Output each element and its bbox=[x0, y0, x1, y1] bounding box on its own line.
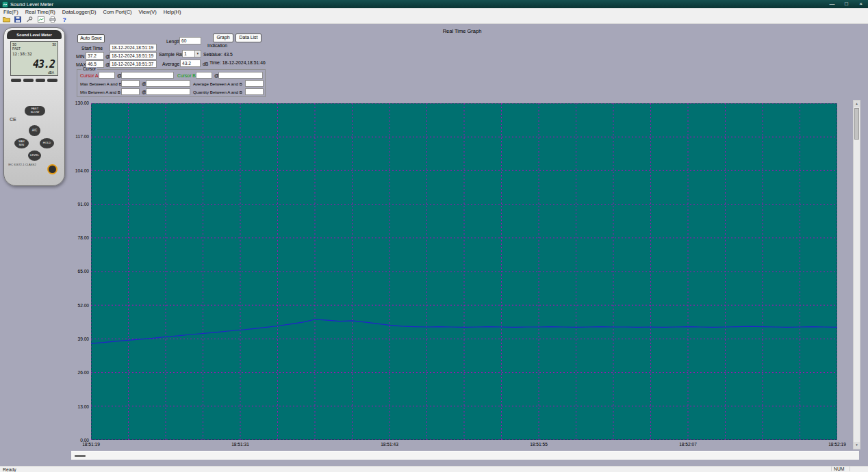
y-tick-label: 91.00 bbox=[70, 202, 89, 207]
menu-com-port[interactable]: Com Port(C) bbox=[99, 8, 135, 16]
window-controls: — □ × bbox=[825, 0, 868, 8]
lcd-clock: 12:38:32 bbox=[12, 51, 56, 56]
device-key bbox=[47, 79, 58, 82]
lcd-mode: FAST bbox=[12, 47, 56, 51]
scroll-up-icon[interactable]: ▲ bbox=[854, 101, 860, 107]
save-icon[interactable] bbox=[13, 16, 23, 23]
menu-help[interactable]: Help(H) bbox=[160, 8, 185, 16]
max-between-field[interactable] bbox=[121, 80, 140, 87]
indication-value-number: 43.5 bbox=[224, 52, 233, 57]
y-tick-label: 78.00 bbox=[70, 235, 89, 240]
wrench-icon[interactable] bbox=[25, 16, 34, 23]
max-between-label: Max Between A and B bbox=[80, 81, 122, 86]
vertical-scroll-thumb[interactable] bbox=[854, 108, 859, 140]
min-value-field[interactable] bbox=[86, 52, 104, 60]
sample-rate-value: 1 bbox=[183, 51, 194, 57]
chart-svg bbox=[91, 103, 837, 440]
help-icon[interactable]: ? bbox=[60, 16, 69, 23]
sample-rate-select[interactable]: 1 ▾ bbox=[182, 50, 201, 57]
lcd-range-low: 30 bbox=[12, 42, 16, 47]
level-button: LEVEL bbox=[28, 150, 41, 161]
x-axis: 18:51:1918:51:3118:51:4318:51:5518:52:07… bbox=[91, 442, 837, 448]
data-list-button[interactable]: Data List bbox=[235, 34, 261, 42]
lcd-range-row: 30 30 bbox=[12, 42, 56, 47]
indication-time: Time: 18-12-2024,18:51:46 bbox=[209, 60, 266, 66]
ce-mark: CE bbox=[10, 117, 16, 122]
statusbar: Ready NUM bbox=[0, 466, 868, 472]
device-lcd: 30 30 FAST 12:38:32 43.2 dBA bbox=[10, 41, 58, 76]
cursor-group: Cursor Cursor A @ Cursor B @ Max Between… bbox=[77, 69, 266, 97]
min-time-field[interactable] bbox=[110, 52, 157, 60]
open-folder-icon[interactable] bbox=[1, 16, 11, 23]
max-min-button: MAX MIN bbox=[14, 138, 29, 148]
hold-button: HOLD bbox=[40, 138, 54, 148]
graph-button[interactable]: Graph bbox=[213, 34, 233, 42]
maximize-button[interactable]: □ bbox=[839, 0, 854, 8]
device-key bbox=[23, 79, 34, 82]
x-tick-label: 18:52:19 bbox=[828, 442, 846, 447]
window-title: Sound Level Meter bbox=[10, 1, 53, 8]
scroll-down-icon[interactable]: ▼ bbox=[854, 442, 860, 449]
menubar: File(F) Real Time(R) DataLogger(D) Com P… bbox=[0, 8, 868, 16]
x-tick-label: 18:51:31 bbox=[231, 442, 249, 447]
y-axis: 130.00117.00104.0091.0078.0065.0052.0039… bbox=[70, 101, 89, 443]
menu-datalogger[interactable]: DataLogger(D) bbox=[59, 8, 100, 16]
cursor-b-label: Cursor B bbox=[177, 73, 196, 79]
indication-time-value: 18-12-2024,18:51:46 bbox=[222, 60, 266, 65]
dropdown-arrow-icon[interactable]: ▾ bbox=[194, 51, 201, 57]
close-button[interactable]: × bbox=[854, 0, 868, 8]
vertical-scrollbar[interactable]: ▲ ▼ bbox=[853, 100, 860, 449]
print-icon[interactable] bbox=[48, 16, 58, 23]
average-unit-label: dB bbox=[203, 62, 208, 67]
cursor-b-time-field[interactable] bbox=[218, 72, 263, 79]
toolbar: ? bbox=[0, 16, 868, 24]
titlebar: Sound Level Meter — □ × bbox=[0, 0, 868, 8]
quantity-between-field[interactable] bbox=[245, 88, 264, 95]
cursor-b-value-field[interactable] bbox=[196, 72, 212, 79]
chart-plot[interactable] bbox=[91, 103, 837, 440]
num-lock-indicator: NUM bbox=[831, 467, 850, 471]
cursor-a-value-field[interactable] bbox=[99, 72, 115, 79]
average-between-field[interactable] bbox=[245, 80, 264, 87]
min-between-field[interactable] bbox=[121, 88, 140, 95]
device-class-label: IEC 61672-1 CLASS2 bbox=[8, 163, 36, 166]
lcd-unit: dBA bbox=[48, 71, 54, 75]
y-tick-label: 130.00 bbox=[70, 101, 89, 105]
cursor-a-label: Cursor A bbox=[80, 73, 98, 79]
y-tick-label: 117.00 bbox=[70, 134, 89, 139]
min-between-label: Min Between A and B bbox=[80, 90, 120, 94]
x-tick-label: 18:52:07 bbox=[679, 442, 697, 447]
y-tick-label: 65.00 bbox=[70, 269, 89, 274]
power-button bbox=[47, 164, 58, 174]
menu-view[interactable]: View(V) bbox=[136, 8, 160, 16]
horizontal-scrollbar[interactable] bbox=[71, 451, 859, 460]
average-between-label: Average Between A and B bbox=[193, 81, 242, 86]
min-between-time-field[interactable] bbox=[146, 88, 190, 95]
max-between-time-field[interactable] bbox=[146, 80, 190, 87]
cursor-a-time-field[interactable] bbox=[121, 72, 174, 79]
indication-value: Value: 43.5 bbox=[209, 52, 233, 57]
status-text: Ready bbox=[3, 467, 16, 472]
horizontal-scroll-thumb[interactable] bbox=[75, 455, 86, 457]
chart-icon[interactable] bbox=[36, 16, 46, 23]
max-time-field[interactable] bbox=[110, 60, 157, 68]
app-window: Sound Level Meter — □ × File(F) Real Tim… bbox=[0, 0, 868, 472]
indication-time-label: Time: bbox=[209, 60, 221, 65]
indication-title: Indication bbox=[207, 43, 227, 49]
ac-button: A/C bbox=[29, 125, 40, 136]
device-function-keys bbox=[11, 79, 58, 82]
menu-file[interactable]: File(F) bbox=[0, 8, 22, 16]
length-field[interactable] bbox=[179, 37, 201, 44]
menu-real-time[interactable]: Real Time(R) bbox=[22, 8, 59, 16]
minimize-button[interactable]: — bbox=[825, 0, 839, 8]
y-tick-label: 104.00 bbox=[70, 168, 89, 173]
start-time-field[interactable] bbox=[110, 44, 157, 51]
average-field[interactable] bbox=[180, 60, 201, 67]
quantity-between-label: Quantity Between A and B bbox=[193, 90, 242, 94]
x-tick-label: 18:51:19 bbox=[82, 442, 100, 447]
lcd-range-high: 30 bbox=[52, 42, 56, 47]
auto-save-button[interactable]: Auto Save bbox=[77, 34, 105, 43]
y-tick-label: 26.00 bbox=[70, 370, 89, 375]
device-key bbox=[11, 79, 21, 82]
y-tick-label: 39.00 bbox=[70, 337, 89, 341]
